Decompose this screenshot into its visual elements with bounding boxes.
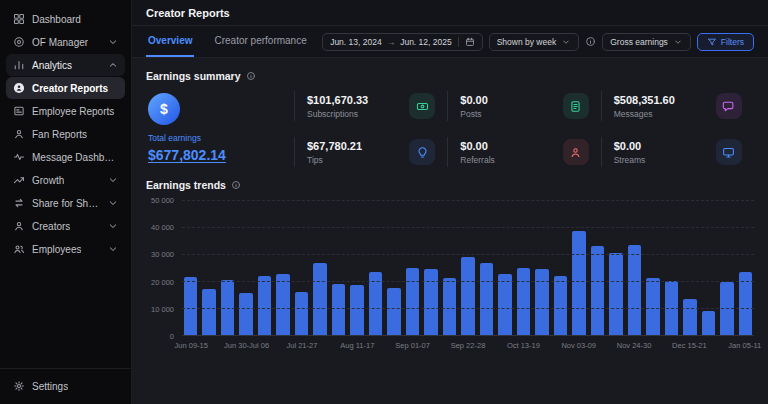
bar[interactable]	[387, 288, 400, 335]
bar[interactable]	[702, 311, 715, 335]
sidebar-item-creator-reports[interactable]: Creator Reports	[6, 77, 125, 99]
funnel-icon	[707, 37, 717, 47]
shown-by-select[interactable]: Shown by week	[489, 33, 580, 51]
stat-text: $0.00 Referrals	[460, 140, 494, 165]
stat-text: $508,351.60 Messages	[614, 94, 675, 119]
info-icon[interactable]	[231, 180, 241, 190]
date-start: Jun. 13, 2024	[330, 37, 382, 47]
sidebar-item-growth[interactable]: Growth	[6, 169, 125, 191]
chart-y-axis: 50 00040 00030 00020 00010 0000	[146, 200, 182, 336]
bar[interactable]	[239, 293, 252, 335]
tabs-bar: Overview Creator performance Jun. 13, 20…	[132, 26, 768, 58]
bar[interactable]	[572, 231, 585, 335]
bar[interactable]	[554, 276, 567, 335]
bar[interactable]	[609, 253, 622, 335]
x-tick-label: Sep 01-07	[395, 341, 430, 350]
bar[interactable]	[646, 278, 659, 335]
bar[interactable]	[184, 277, 197, 335]
bar[interactable]	[276, 274, 289, 335]
fan-reports-icon	[12, 128, 25, 141]
sidebar-item-employee-reports[interactable]: Employee Reports	[6, 100, 125, 122]
bar[interactable]	[406, 268, 419, 336]
bar[interactable]	[443, 278, 456, 335]
bar[interactable]	[683, 299, 696, 335]
sidebar-item-message-dashboard[interactable]: Message Dashboard	[6, 146, 125, 168]
bar[interactable]	[628, 245, 641, 335]
stat-messages: $508,351.60 Messages	[601, 91, 754, 121]
y-tick-label: 30 000	[151, 250, 174, 259]
chevron-down-icon	[107, 36, 119, 48]
tab-creator-performance[interactable]: Creator performance	[212, 26, 308, 57]
sidebar-item-label: Settings	[32, 381, 68, 392]
info-icon[interactable]	[246, 71, 256, 81]
page-title: Creator Reports	[146, 7, 230, 19]
date-range-picker[interactable]: Jun. 13, 2024 → Jun. 12, 2025	[322, 33, 483, 51]
stat-label: Tips	[307, 155, 362, 165]
tab-overview[interactable]: Overview	[146, 26, 194, 57]
earnings-type-select[interactable]: Gross earnings	[602, 33, 691, 51]
total-earnings-label: Total earnings	[148, 133, 286, 143]
bar[interactable]	[480, 263, 493, 335]
sidebar-item-of-manager[interactable]: OF Manager	[6, 31, 125, 53]
bar[interactable]	[313, 263, 326, 335]
tabs: Overview Creator performance	[146, 26, 309, 57]
earnings-summary: $ Total earnings $677,802.14 $101,670.33…	[146, 91, 754, 167]
sidebar-item-label: Dashboard	[32, 14, 81, 25]
chevron-down-icon	[107, 220, 119, 232]
bar[interactable]	[295, 292, 308, 335]
chevron-up-icon	[107, 59, 119, 71]
sidebar-item-analytics[interactable]: Analytics	[6, 54, 125, 76]
sidebar-item-employees[interactable]: Employees	[6, 238, 125, 260]
x-tick-label: Oct 13-19	[507, 341, 540, 350]
stat-streams: $0.00 Streams	[601, 137, 754, 167]
y-tick-label: 40 000	[151, 223, 174, 232]
page-header: Creator Reports	[132, 0, 768, 26]
share-for-share-icon	[12, 197, 25, 210]
stat-text: $0.00 Posts	[460, 94, 488, 119]
creator-reports-icon	[12, 82, 25, 95]
dashboard-icon	[12, 13, 25, 26]
earnings-trends-title: Earnings trends	[146, 179, 754, 191]
bar[interactable]	[332, 284, 345, 335]
bar[interactable]	[591, 246, 604, 335]
sidebar-item-fan-reports[interactable]: Fan Reports	[6, 123, 125, 145]
bar[interactable]	[535, 269, 548, 335]
info-icon[interactable]	[585, 36, 596, 47]
of-manager-icon	[12, 36, 25, 49]
sidebar-item-label: Employees	[32, 244, 81, 255]
earnings-type-value: Gross earnings	[610, 37, 668, 47]
sidebar-item-dashboard[interactable]: Dashboard	[6, 8, 125, 30]
earnings-trends-chart: 50 00040 00030 00020 00010 0000 Jun 09-1…	[146, 200, 754, 351]
stat-tips: $67,780.21 Tips	[294, 137, 447, 167]
x-tick-label: Nov 24-30	[617, 341, 652, 350]
messages-icon	[716, 93, 742, 119]
bar[interactable]	[202, 289, 215, 335]
bar[interactable]	[498, 274, 511, 335]
stat-label: Messages	[614, 109, 675, 119]
stat-value: $0.00	[460, 94, 488, 106]
stat-text: $0.00 Streams	[614, 140, 646, 165]
filters-button[interactable]: Filters	[697, 33, 754, 51]
sidebar-item-label: Creators	[32, 221, 70, 232]
creators-icon	[12, 220, 25, 233]
posts-icon	[563, 93, 589, 119]
y-tick-label: 10 000	[151, 304, 174, 313]
gear-icon	[12, 380, 25, 393]
sidebar-item-settings[interactable]: Settings	[6, 375, 125, 397]
sidebar-item-creators[interactable]: Creators	[6, 215, 125, 237]
bar[interactable]	[258, 276, 271, 335]
x-tick-label: Aug 11-17	[340, 341, 374, 350]
chevron-down-icon	[561, 37, 571, 47]
bar[interactable]	[350, 285, 363, 335]
calendar-icon[interactable]	[458, 37, 475, 47]
sidebar-item-label: Analytics	[32, 60, 72, 71]
bar[interactable]	[424, 269, 437, 335]
bar[interactable]	[461, 257, 474, 335]
chart-bars	[184, 200, 752, 335]
bar[interactable]	[517, 268, 530, 336]
sidebar-item-share-for-share[interactable]: Share for Share	[6, 192, 125, 214]
sidebar-item-label: OF Manager	[32, 37, 88, 48]
stat-posts: $0.00 Posts	[447, 91, 600, 121]
x-tick-label: Nov 03-09	[561, 341, 596, 350]
streams-icon	[716, 139, 742, 165]
